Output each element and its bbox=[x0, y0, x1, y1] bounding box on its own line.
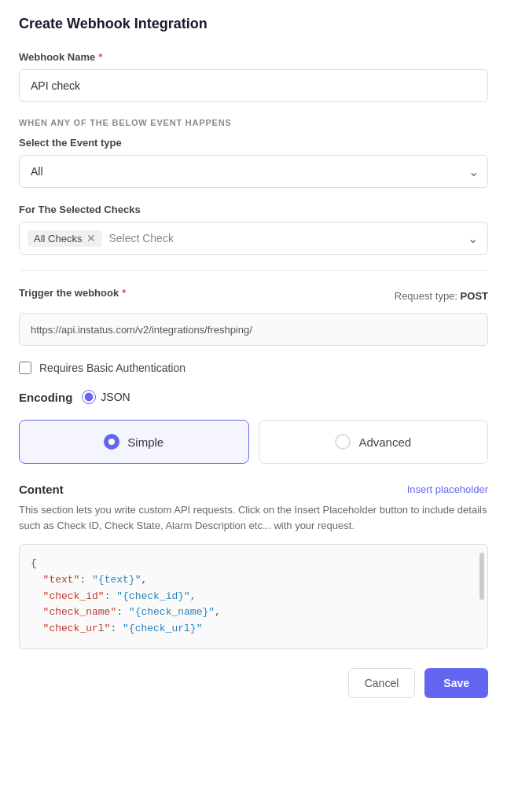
event-type-select-wrapper: All Up Down Degraded ⌄ bbox=[19, 155, 488, 188]
code-value-text: "{text}" bbox=[92, 574, 141, 586]
request-type-value: POST bbox=[461, 290, 488, 302]
page-container: Create Webhook Integration Webhook Name … bbox=[0, 0, 507, 726]
code-line-3: "check_name": "{check_name}", bbox=[31, 604, 476, 621]
event-section-header: WHEN ANY OF THE BELOW EVENT HAPPENS bbox=[19, 118, 488, 127]
code-value-check-name: "{check_name}" bbox=[129, 606, 215, 618]
event-type-label: Select the Event type bbox=[19, 137, 488, 149]
advanced-mode-icon bbox=[335, 434, 351, 450]
auth-checkbox[interactable] bbox=[19, 362, 31, 374]
all-checks-tag-label: All Checks bbox=[34, 233, 82, 244]
trigger-required-star: * bbox=[122, 287, 126, 299]
encoding-label: Encoding bbox=[19, 391, 72, 404]
request-type: Request type: POST bbox=[395, 290, 488, 302]
content-header: Content Insert placeholder bbox=[19, 483, 488, 496]
encoding-json-radio[interactable] bbox=[82, 390, 96, 404]
code-key-check-url: "check_url" bbox=[43, 623, 111, 634]
code-value-check-id: "{check_id}" bbox=[116, 590, 190, 602]
all-checks-tag[interactable]: All Checks ✕ bbox=[28, 230, 102, 247]
code-key-check-name: "check_name" bbox=[43, 606, 117, 618]
content-section: Content Insert placeholder This section … bbox=[19, 483, 488, 649]
webhook-name-input[interactable] bbox=[19, 69, 488, 102]
trigger-header: Trigger the webhook * Request type: POST bbox=[19, 287, 488, 305]
encoding-row: Encoding JSON bbox=[19, 390, 488, 404]
advanced-mode-label: Advanced bbox=[358, 435, 411, 449]
code-line-4: "check_url": "{check_url}" bbox=[31, 621, 476, 637]
code-line-2: "check_id": "{check_id}", bbox=[31, 589, 476, 605]
select-check-placeholder: Select Check bbox=[108, 232, 173, 244]
content-title: Content bbox=[19, 483, 64, 496]
mode-buttons: Simple Advanced bbox=[19, 420, 488, 464]
auth-label: Requires Basic Authentication bbox=[39, 362, 186, 374]
simple-mode-button[interactable]: Simple bbox=[19, 420, 249, 464]
required-star: * bbox=[98, 51, 102, 63]
cancel-button[interactable]: Cancel bbox=[348, 668, 416, 698]
advanced-mode-button[interactable]: Advanced bbox=[259, 420, 489, 464]
page-title: Create Webhook Integration bbox=[19, 16, 488, 32]
simple-mode-icon bbox=[104, 434, 119, 450]
content-description: This section lets you write custom API r… bbox=[19, 502, 488, 533]
webhook-name-label: Webhook Name * bbox=[19, 51, 488, 63]
event-type-select[interactable]: All Up Down Degraded bbox=[19, 155, 488, 188]
encoding-json-label: JSON bbox=[101, 391, 130, 403]
insert-placeholder-button[interactable]: Insert placeholder bbox=[407, 483, 488, 495]
event-section: WHEN ANY OF THE BELOW EVENT HAPPENS Sele… bbox=[19, 118, 488, 188]
code-editor[interactable]: { "text": "{text}", "check_id": "{check_… bbox=[19, 544, 488, 649]
trigger-label: Trigger the webhook * bbox=[19, 287, 126, 299]
trigger-section: Trigger the webhook * Request type: POST bbox=[19, 287, 488, 346]
code-scrollbar[interactable] bbox=[479, 553, 484, 600]
checks-chevron-icon: ⌄ bbox=[468, 231, 478, 246]
code-line-1: "text": "{text}", bbox=[31, 572, 476, 589]
bottom-bar: Cancel Save bbox=[19, 656, 488, 711]
encoding-json-option[interactable]: JSON bbox=[82, 390, 130, 404]
auth-row: Requires Basic Authentication bbox=[19, 362, 488, 374]
section-divider bbox=[19, 270, 488, 271]
code-key-check-id: "check_id" bbox=[43, 590, 105, 602]
webhook-url-input[interactable] bbox=[19, 313, 488, 346]
code-value-check-url: "{check_url}" bbox=[123, 623, 202, 634]
checks-container[interactable]: All Checks ✕ Select Check ⌄ bbox=[19, 222, 488, 255]
checks-label: For The Selected Checks bbox=[19, 204, 488, 215]
simple-mode-label: Simple bbox=[127, 435, 163, 449]
save-button[interactable]: Save bbox=[424, 668, 488, 698]
code-key-text: "text" bbox=[43, 574, 80, 586]
webhook-name-section: Webhook Name * bbox=[19, 51, 488, 102]
code-open-brace: { bbox=[31, 556, 476, 572]
all-checks-tag-close-icon[interactable]: ✕ bbox=[86, 233, 96, 244]
checks-section: For The Selected Checks All Checks ✕ Sel… bbox=[19, 204, 488, 255]
